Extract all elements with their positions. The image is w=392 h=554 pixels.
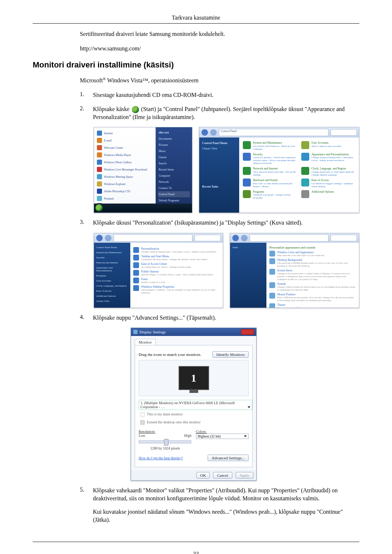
os-line: Microsoft® Windows Vista™, operatsioonis… (80, 76, 359, 85)
cp-category: User Accounts Add or remove user account… (301, 141, 355, 151)
wp-item: Theme Change the theme. Themes can chang… (269, 303, 356, 308)
sm-right: Network (158, 179, 190, 185)
cancel-button[interactable]: Cancel (213, 472, 232, 479)
wp-item: Ease of Access Center Accommodate low vi… (133, 262, 220, 268)
wp-item-desc: Accommodate low vision · Change screen r… (141, 266, 191, 268)
close-icon[interactable] (241, 329, 254, 335)
cp-category-sub: Add or remove user accounts (311, 145, 341, 148)
wp-item-icon (133, 262, 139, 268)
res-high: High (184, 434, 191, 438)
step-3-text: Klõpsake üksusi "Personalization" (Isiku… (93, 219, 359, 227)
wp-side-item: Control Panel Home (96, 245, 128, 250)
cp-category: Hardware and Sound Play CDs or other med… (243, 178, 297, 188)
os-mid: Windows Vista (106, 78, 143, 84)
wp-side-item: Clock, Language, and Region (96, 283, 128, 288)
step-3-num: 3. (80, 219, 93, 225)
cp-category-icon (243, 178, 251, 186)
sm-item: Windows Meeting Space (104, 175, 133, 178)
resolution-slider[interactable] (139, 440, 191, 443)
chevron-down-icon (244, 435, 247, 437)
personalization-screenshot: Tasks Personalize appearance and sounds … (230, 233, 359, 308)
wp-item-desc: Install or remove a font (141, 281, 165, 284)
cp-category: Security Check for updates · Check this … (243, 153, 297, 165)
chk-main-monitor[interactable]: This is my main monitor (139, 411, 249, 418)
ok-button[interactable]: OK (196, 472, 210, 479)
sm-right: Connect To (158, 185, 190, 191)
chk-main-label: This is my main monitor (147, 412, 183, 416)
help-link[interactable]: How do I get the best display? (139, 456, 183, 460)
wp-side-item: User Accounts (96, 278, 128, 283)
slider-thumb[interactable] (164, 439, 168, 446)
cp-category-icon (243, 167, 251, 175)
cp-category: Network and Internet View network status… (243, 167, 297, 176)
identify-monitors-button[interactable]: Identify Monitors (212, 351, 249, 358)
step-3: 3. Klõpsake üksusi "Personalization" (Is… (80, 219, 359, 227)
forward-icon (210, 129, 217, 136)
ds-tab-monitor[interactable]: Monitor (135, 339, 156, 345)
cp-category-title: Hardware and Sound (253, 178, 297, 182)
colors-select[interactable]: Highest (32 bit) (196, 434, 249, 439)
cp-category-sub: Change desktop background · Customize co… (311, 156, 355, 162)
wp-item-label: Folder Options (141, 270, 213, 273)
wp-item-icon (133, 278, 139, 283)
resolution-label: Resolution: (139, 430, 191, 434)
step-4-text: Klõpsake nuppu "Advanced Settings..." (T… (93, 314, 359, 322)
apply-button[interactable]: Apply (236, 472, 254, 479)
wp-item-icon (269, 269, 275, 275)
cp-category: Ease of Access Let Windows suggest setti… (301, 178, 355, 188)
cp-category-icon (301, 190, 309, 198)
sm-right: Recent Items (158, 167, 190, 173)
wp-item-label: Ease of Access Center (141, 262, 191, 266)
sm-item: E-mail (104, 139, 112, 142)
wp-item-icon (133, 270, 139, 276)
forward-icon (105, 235, 111, 241)
wp-item: Desktop Background Choose from available… (269, 258, 356, 267)
step-2-num: 2. (80, 105, 93, 112)
wp-side-item: Appearance and Personalization (96, 265, 128, 273)
wp-item-desc: Fine tune the color and style of your wi… (277, 254, 324, 257)
pers-heading: Personalize appearance and sounds (269, 246, 356, 249)
cp-category-title: Network and Internet (253, 167, 297, 171)
chk-extend-desktop[interactable]: Extend the desktop onto this monitor (139, 419, 249, 426)
step-4: 4. Klõpsake nuppu "Advanced Settings..."… (80, 314, 359, 322)
advanced-settings-button[interactable]: Advanced Settings... (208, 455, 249, 461)
step-4-num: 4. (80, 314, 93, 320)
step-2-pre: Klõpsake käske (93, 106, 131, 112)
res-low: Low (139, 434, 145, 438)
cp-category: Additional Options (301, 190, 355, 200)
cp-category-sub: Uninstall a program · Change startup pro… (253, 193, 297, 199)
wp-item-label: Theme (277, 303, 356, 307)
sm-item: Internet (104, 132, 113, 135)
step-1: 1. Sisestage kasutusjuhendi CD oma CD-RO… (80, 91, 359, 99)
appearance-personalization-screenshot: Control Panel HomeSystem and Maintenance… (94, 233, 223, 308)
wp-side-item: Network and Internet (96, 260, 128, 265)
cp-category-icon (301, 141, 309, 149)
colors-label: Colors: (196, 430, 249, 434)
forward-icon (241, 235, 248, 241)
wp-side-item: Programs (96, 273, 128, 278)
os-prefix: Microsoft (80, 78, 103, 84)
start-orb-icon (132, 106, 139, 113)
wp-side-item: Additional Options (96, 294, 128, 299)
wp-item-desc: Add gadgets to Sidebar · Choose whether … (141, 288, 220, 294)
wp-item-icon (133, 255, 139, 260)
monitor-device-select[interactable]: 1. (Multiple Monitors) on NVIDIA GeForce… (139, 400, 252, 410)
sm-right: Search (158, 160, 190, 167)
wp-item-icon (269, 303, 275, 308)
section-heading: Monitori draiveri installimine (käsitsi) (33, 60, 359, 70)
reg-symbol: ® (103, 77, 106, 81)
sm-right: Music (158, 148, 190, 154)
wp-side-item: System and Maintenance (96, 250, 128, 255)
sm-item: Adobe Photoshop CS3 (104, 190, 130, 193)
wp-item: Folder Options Specify single- or double… (133, 270, 220, 276)
cp-category: Clock, Language, and Region Change keybo… (301, 167, 355, 176)
monitor-preview-icon: 1 (179, 366, 209, 390)
cp-category-icon (243, 190, 251, 198)
wp-item-label: Personalization (141, 247, 216, 250)
display-settings-screenshot: Display Settings Monitor Drag the icons … (131, 328, 257, 481)
sm-item: Notepad (104, 197, 114, 200)
wp-item-icon (269, 293, 275, 299)
wp-item-desc: Change desktop background · Customize co… (141, 250, 216, 253)
cp-category-title: Ease of Access (311, 178, 355, 182)
address-bar: Control Panel (219, 129, 328, 136)
